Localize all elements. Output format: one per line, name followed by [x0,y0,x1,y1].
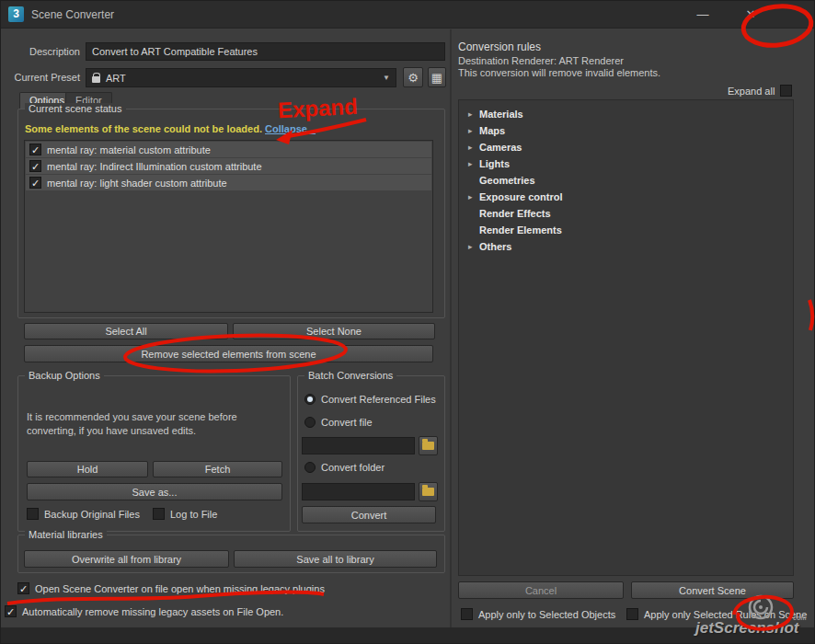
panel-splitter[interactable] [450,29,452,643]
tree-item-label: Maps [479,125,505,136]
backup-original-checkbox[interactable] [27,508,39,520]
tree-item-exposure-control[interactable]: ▸ Exposure control [459,189,793,205]
browse-file-button[interactable] [419,436,438,455]
row-label: mental ray: Indirect Illumination custom… [47,161,262,172]
tree-item-label: Materials [479,109,523,120]
open-on-missing-label: Open Scene Converter on file open when m… [35,583,325,594]
window-title: Scene Converter [31,8,114,21]
row-label: mental ray: light shader custom attribut… [47,178,227,189]
convert-file-label: Convert file [321,417,373,428]
convert-file-radio[interactable] [304,417,316,428]
row-checkbox[interactable]: ✓ [29,160,41,172]
row-checkbox[interactable]: ✓ [29,144,41,155]
save-preset-icon: ▦ [431,71,442,85]
log-to-file-checkbox-row[interactable]: Log to File [153,508,217,520]
convert-referenced-radio-row[interactable]: Convert Referenced Files [304,394,436,405]
overwrite-library-button[interactable]: Overwrite all from library [24,550,229,568]
conversion-note-text: This conversion will remove invalid elem… [458,67,660,78]
convert-folder-radio[interactable] [304,462,316,473]
scene-status-row[interactable]: ✓ mental ray: Indirect Illumination cust… [26,158,431,174]
convert-referenced-label: Convert Referenced Files [321,394,436,405]
tree-item-geometries[interactable]: Geometries [459,172,793,189]
remove-selected-button[interactable]: Remove selected elements from scene [24,345,433,362]
chevron-right-icon[interactable]: ▸ [468,242,479,251]
tree-item-label: Render Elements [479,224,562,236]
convert-button[interactable]: Convert [302,506,436,523]
fetch-button[interactable]: Fetch [153,461,282,477]
batch-conversions-group-label: Batch Conversions [304,370,396,381]
tree-item-render-effects[interactable]: Render Effects [459,205,793,222]
tree-item-label: Lights [479,158,510,169]
tree-item-lights[interactable]: ▸ Lights [459,155,793,172]
minimize-button[interactable]: — [689,7,717,21]
log-to-file-label: Log to File [170,509,217,520]
folder-icon [422,488,434,496]
conversion-rules-tree[interactable]: ▸ Materials ▸ Maps ▸ Cameras ▸ Lights Ge… [458,99,794,576]
row-label: mental ray: material custom attribute [47,144,211,155]
3ds-max-app-icon: 3 [8,6,24,22]
preset-settings-button[interactable]: ⚙ [403,67,423,87]
apply-selected-objects-checkbox[interactable] [461,608,473,620]
destination-renderer-text: Destination Renderer: ART Renderer [458,55,624,66]
close-button[interactable]: ✕ [737,7,764,21]
chevron-right-icon[interactable]: ▸ [468,159,479,168]
tree-item-others[interactable]: ▸ Others [459,238,793,255]
description-input[interactable] [86,42,445,61]
chevron-right-icon[interactable]: ▸ [468,143,479,152]
row-checkbox[interactable]: ✓ [29,177,41,189]
convert-file-path-input[interactable] [302,437,415,454]
chevron-right-icon[interactable]: ▸ [468,126,479,135]
browse-folder-button[interactable] [419,482,438,501]
open-on-missing-checkbox[interactable]: ✓ [17,582,29,594]
convert-scene-button[interactable]: Convert Scene [631,581,794,599]
apply-selected-objects-checkbox-row[interactable]: Apply only to Selected Objects [461,608,615,620]
scene-status-row[interactable]: ✓ mental ray: material custom attribute [26,142,431,157]
save-preset-button[interactable]: ▦ [428,67,446,87]
convert-referenced-radio[interactable] [304,394,316,405]
backup-original-label: Backup Original Files [44,509,140,520]
apply-selected-rules-label: Apply only Selected Rules on Scene [644,609,807,620]
bottom-strip [1,627,814,643]
chevron-right-icon[interactable]: ▸ [468,192,479,201]
apply-selected-rules-checkbox[interactable] [626,608,638,620]
expand-all-checkbox-row[interactable]: Expand all [728,85,792,97]
scene-status-group-label: Current scene status [25,103,126,114]
select-all-button[interactable]: Select All [24,323,228,339]
scene-status-warning: Some elements of the scene could not be … [25,123,316,134]
open-on-missing-checkbox-row[interactable]: ✓ Open Scene Converter on file open when… [17,582,325,594]
auto-remove-checkbox-row[interactable]: ✓ Automatically remove missing legacy as… [5,605,283,617]
tree-item-label: Exposure control [479,191,562,202]
log-to-file-checkbox[interactable] [153,508,165,520]
hold-button[interactable]: Hold [27,461,148,477]
collapse-link[interactable]: Collapse... [265,123,316,134]
tree-item-render-elements[interactable]: Render Elements [459,222,793,238]
tree-item-maps[interactable]: ▸ Maps [459,122,793,139]
scene-status-row[interactable]: ✓ mental ray: light shader custom attrib… [26,175,431,190]
save-library-button[interactable]: Save all to library [234,550,437,568]
current-preset-value: ART [106,73,126,84]
save-as-button[interactable]: Save as... [27,483,282,500]
tree-item-materials[interactable]: ▸ Materials [459,106,793,122]
description-label: Description [29,46,80,57]
expand-all-label: Expand all [728,86,775,97]
current-preset-label: Current Preset [12,72,80,83]
conversion-rules-title: Conversion rules [458,40,541,53]
current-preset-dropdown[interactable]: ART ▼ [86,68,396,87]
scene-status-list[interactable]: ✓ mental ray: material custom attribute … [24,140,433,313]
tree-item-label: Cameras [479,142,522,153]
backup-options-group-label: Backup Options [25,370,104,381]
chevron-right-icon[interactable]: ▸ [468,109,479,119]
caret-down-icon[interactable]: ▼ [383,74,390,82]
apply-selected-objects-label: Apply only to Selected Objects [478,609,615,620]
apply-selected-rules-checkbox-row[interactable]: Apply only Selected Rules on Scene [626,608,807,620]
convert-folder-radio-row[interactable]: Convert folder [304,462,385,473]
convert-file-radio-row[interactable]: Convert file [304,417,373,428]
cancel-button[interactable]: Cancel [458,581,624,599]
gear-icon: ⚙ [408,71,419,85]
backup-original-checkbox-row[interactable]: Backup Original Files [27,508,140,520]
expand-all-checkbox[interactable] [780,85,792,97]
select-none-button[interactable]: Select None [233,323,435,339]
tree-item-cameras[interactable]: ▸ Cameras [459,139,793,155]
convert-folder-path-input[interactable] [302,483,415,500]
auto-remove-checkbox[interactable]: ✓ [5,605,17,617]
